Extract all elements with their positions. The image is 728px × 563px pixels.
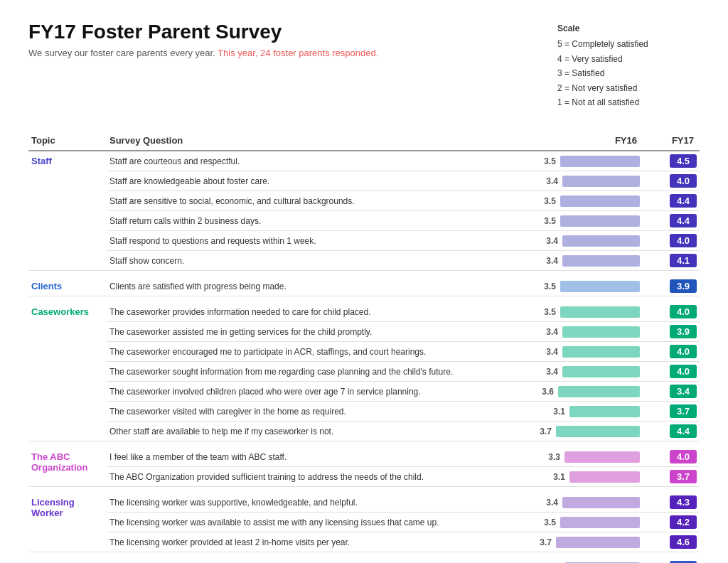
fy16-bar-cell: 3.4 <box>537 362 643 382</box>
col-topic-header: Topic <box>28 131 107 151</box>
table-row: OverallResources and services are availa… <box>28 558 700 563</box>
col-fy17-header: FY17 <box>643 131 700 151</box>
question-cell: The ABC Organization provided sufficient… <box>107 467 537 487</box>
scale-item: 2 = Not very satisfied <box>557 81 700 95</box>
fy17-cell: 3.9 <box>643 277 700 296</box>
question-cell: Resources and services are available to … <box>107 558 537 563</box>
table-row: The ABC OrganizationI feel like a member… <box>28 447 700 467</box>
topic-cell: Clients <box>28 277 107 296</box>
fy17-cell: 4.4 <box>643 211 700 231</box>
fy16-bar-cell: 3.4 <box>537 342 643 362</box>
fy17-cell: 4.5 <box>643 151 700 171</box>
spacer-row <box>28 552 700 559</box>
question-cell: Clients are satisfied with progress bein… <box>107 277 537 296</box>
col-fy16-header: FY16 <box>537 131 643 151</box>
scale-item: 4 = Very satisfied <box>557 52 700 66</box>
table-row: Staff respond to questions and requests … <box>28 231 700 251</box>
table-row: The licensing worker was available to as… <box>28 513 700 532</box>
table-row: The caseworker involved children placed … <box>28 382 700 402</box>
question-cell: Staff are courteous and respectful. <box>107 151 537 171</box>
fy16-bar-cell: 3.5 <box>537 151 643 171</box>
table-row: Staff are sensitive to social, economic,… <box>28 191 700 211</box>
fy17-cell: 4.4 <box>643 422 700 441</box>
table-row: Staff return calls within 2 business day… <box>28 211 700 231</box>
topic-cell: Overall <box>28 558 107 563</box>
scale-item: 3 = Satisfied <box>557 66 700 80</box>
question-cell: Staff show concern. <box>107 251 537 271</box>
fy17-cell: 4.0 <box>643 231 700 251</box>
fy17-cell: 3.7 <box>643 402 700 422</box>
fy17-cell: 4.6 <box>643 532 700 552</box>
page-title: FY17 Foster Parent Survey <box>28 21 378 43</box>
spacer-row <box>28 487 700 493</box>
scale-item: 5 = Completely satisfied <box>557 37 700 51</box>
scale-block: Scale 5 = Completely satisfied4 = Very s… <box>557 21 700 109</box>
fy17-cell: 4.1 <box>643 558 700 563</box>
table-row: Staff are knowledgeable about foster car… <box>28 171 700 191</box>
fy17-cell: 3.9 <box>643 322 700 342</box>
table-row: The caseworker sought information from m… <box>28 362 700 382</box>
table-row: The caseworker assisted me in getting se… <box>28 322 700 342</box>
topic-cell: The ABC Organization <box>28 447 107 487</box>
fy16-bar-cell: 3.6 <box>537 382 643 402</box>
header: FY17 Foster Parent Survey We survey our … <box>28 21 700 109</box>
fy17-cell: 4.4 <box>643 191 700 211</box>
spacer-row <box>28 296 700 303</box>
fy16-bar-cell: 3.5 <box>537 191 643 211</box>
table-row: The ABC Organization provided sufficient… <box>28 467 700 487</box>
question-cell: The licensing worker was available to as… <box>107 513 537 532</box>
scale-items: 5 = Completely satisfied4 = Very satisfi… <box>557 37 700 109</box>
subtitle-text: We survey our foster care parents every … <box>28 48 218 58</box>
fy16-bar-cell: 3.4 <box>537 251 643 271</box>
subtitle-highlight: This year, 24 foster parents responded. <box>218 48 378 58</box>
subtitle: We survey our foster care parents every … <box>28 48 378 58</box>
fy17-cell: 4.3 <box>643 493 700 513</box>
question-cell: Staff return calls within 2 business day… <box>107 211 537 231</box>
question-cell: The caseworker assisted me in getting se… <box>107 322 537 342</box>
table-row: Other staff are available to help me if … <box>28 422 700 441</box>
survey-table: Topic Survey Question FY16 FY17 StaffSta… <box>28 131 700 563</box>
table-row: ClientsClients are satisfied with progre… <box>28 277 700 296</box>
table-row: StaffStaff are courteous and respectful.… <box>28 151 700 171</box>
question-cell: The licensing worker provided at least 2… <box>107 532 537 552</box>
fy16-bar-cell: 3.5 <box>537 513 643 532</box>
scale-title: Scale <box>557 21 700 36</box>
question-cell: The caseworker visited with caregiver in… <box>107 402 537 422</box>
fy17-cell: 4.0 <box>643 342 700 362</box>
fy16-bar-cell: 3.4 <box>537 171 643 191</box>
spacer-row <box>28 271 700 277</box>
fy16-bar-cell: 3.5 <box>537 277 643 296</box>
fy17-cell: 4.0 <box>643 447 700 467</box>
question-cell: I feel like a member of the team with AB… <box>107 447 537 467</box>
fy16-bar-cell: 3.7 <box>537 422 643 441</box>
table-row: The caseworker visited with caregiver in… <box>28 402 700 422</box>
fy16-bar-cell: 3.5 <box>537 302 643 322</box>
fy17-cell: 4.0 <box>643 362 700 382</box>
title-block: FY17 Foster Parent Survey We survey our … <box>28 21 378 58</box>
question-cell: Staff are sensitive to social, economic,… <box>107 191 537 211</box>
table-row: The licensing worker provided at least 2… <box>28 532 700 552</box>
question-cell: The caseworker encouraged me to particip… <box>107 342 537 362</box>
question-cell: The caseworker provides information need… <box>107 302 537 322</box>
topic-cell: Licensing Worker <box>28 493 107 552</box>
question-cell: The caseworker involved children placed … <box>107 382 537 402</box>
fy17-cell: 4.1 <box>643 251 700 271</box>
question-cell: The caseworker sought information from m… <box>107 362 537 382</box>
question-cell: The licensing worker was supportive, kno… <box>107 493 537 513</box>
scale-item: 1 = Not at all satisfied <box>557 95 700 109</box>
fy17-cell: 4.0 <box>643 302 700 322</box>
spacer-row <box>28 441 700 448</box>
fy16-bar-cell: 3.5 <box>537 211 643 231</box>
fy16-bar-cell: 3.4 <box>537 322 643 342</box>
table-row: CaseworkersThe caseworker provides infor… <box>28 302 700 322</box>
fy16-bar-cell: 3.4 <box>537 493 643 513</box>
topic-cell: Caseworkers <box>28 302 107 441</box>
fy16-bar-cell: 3.7 <box>537 532 643 552</box>
table-row: Licensing WorkerThe licensing worker was… <box>28 493 700 513</box>
fy17-cell: 3.7 <box>643 467 700 487</box>
question-cell: Other staff are available to help me if … <box>107 422 537 441</box>
fy17-cell: 4.0 <box>643 171 700 191</box>
table-header-row: Topic Survey Question FY16 FY17 <box>28 131 700 151</box>
fy16-bar-cell: 3.1 <box>537 467 643 487</box>
question-cell: Staff are knowledgeable about foster car… <box>107 171 537 191</box>
